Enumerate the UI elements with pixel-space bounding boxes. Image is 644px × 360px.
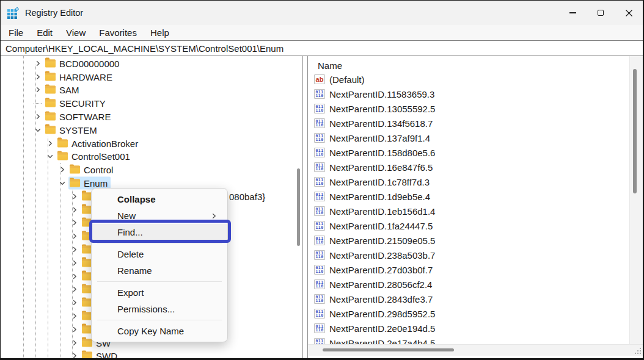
value-row-nextparentid-2e0e194d-5[interactable]: 011110NextParentID.2e0e194d.5 xyxy=(308,321,643,336)
registry-editor-icon xyxy=(7,7,19,19)
tree-item-label: BCD00000000 xyxy=(59,58,119,68)
menu-edit[interactable]: Edit xyxy=(30,27,59,38)
binary-value-icon: 011110 xyxy=(314,177,325,187)
chevron-right-icon[interactable] xyxy=(71,232,78,240)
tree-item-hardware[interactable]: HARDWARE xyxy=(1,70,294,84)
context-menu-item-rename[interactable]: Rename xyxy=(92,262,227,279)
value-name: NextParentID.2e0e194d.5 xyxy=(329,323,435,334)
minimize-button[interactable] xyxy=(558,1,587,25)
value-row-nextparentid-1d9eb5e-4[interactable]: 011110NextParentID.1d9eb5e.4 xyxy=(308,189,643,204)
folder-icon xyxy=(45,113,56,121)
folder-icon xyxy=(45,59,56,67)
chevron-right-icon[interactable] xyxy=(71,219,78,226)
tree-item-control[interactable]: Control xyxy=(1,163,294,176)
chevron-down-icon[interactable] xyxy=(34,126,42,134)
value-row-nextparentid-13055592-5[interactable]: 011110NextParentID.13055592.5 xyxy=(308,101,643,116)
binary-value-icon: 011110 xyxy=(314,162,325,172)
resize-grip-icon[interactable] xyxy=(635,347,636,348)
chevron-right-icon[interactable] xyxy=(59,166,66,173)
binary-value-icon: 011110 xyxy=(314,279,325,289)
folder-icon xyxy=(82,339,92,347)
value-row-nextparentid-158d80e5-6[interactable]: 011110NextParentID.158d80e5.6 xyxy=(308,145,643,160)
chevron-right-icon[interactable] xyxy=(71,259,78,267)
address-bar[interactable]: Computer\HKEY_LOCAL_MACHINE\SYSTEM\Contr… xyxy=(1,41,643,56)
value-row-nextparentid-16e847f6-5[interactable]: 011110NextParentID.16e847f6.5 xyxy=(308,160,643,175)
minimize-icon xyxy=(569,12,576,13)
tree-item-sam[interactable]: SAM xyxy=(1,84,294,97)
tree-item-system[interactable]: SYSTEM xyxy=(1,123,294,137)
tree-item-body: ControlSet001 xyxy=(56,150,133,163)
value-row-default[interactable]: ab(Default) xyxy=(308,72,643,87)
value-row-nextparentid-2843dfe3-7[interactable]: 011110NextParentID.2843dfe3.7 xyxy=(308,292,643,306)
tree-item-swd[interactable]: SWD xyxy=(1,350,294,358)
horizontal-scrollbar-thumb[interactable] xyxy=(323,348,454,351)
context-menu-item-export[interactable]: Export xyxy=(92,284,227,301)
folder-icon xyxy=(57,153,68,160)
binary-value-icon: 011110 xyxy=(314,118,325,128)
context-menu-item-copy-key-name[interactable]: Copy Key Name xyxy=(92,323,227,339)
tree-item-security[interactable]: SECURITY xyxy=(1,96,294,110)
value-row-nextparentid-11583659-3[interactable]: 011110NextParentID.11583659.3 xyxy=(308,87,643,101)
chevron-right-icon[interactable] xyxy=(71,273,78,280)
close-button[interactable] xyxy=(615,1,643,25)
menu-view[interactable]: View xyxy=(59,27,92,38)
chevron-right-icon[interactable] xyxy=(71,193,78,200)
chevron-right-icon[interactable] xyxy=(34,60,42,67)
chevron-right-icon[interactable] xyxy=(71,312,78,320)
context-menu-item-label: Copy Key Name xyxy=(117,326,184,336)
chevron-right-icon[interactable] xyxy=(71,206,78,214)
value-row-nextparentid-1fa24447-5[interactable]: 011110NextParentID.1fa24447.5 xyxy=(308,218,643,233)
chevron-right-icon[interactable] xyxy=(34,113,42,120)
chevron-right-icon[interactable] xyxy=(46,140,54,147)
chevron-right-icon[interactable] xyxy=(71,326,78,333)
chevron-down-icon[interactable] xyxy=(59,179,66,187)
menu-file[interactable]: File xyxy=(2,27,30,38)
tree-item-activationbroker[interactable]: ActivationBroker xyxy=(1,137,294,150)
close-icon xyxy=(625,9,633,17)
value-name: NextParentID.1eb156d1.4 xyxy=(329,206,435,217)
chevron-right-icon[interactable] xyxy=(71,339,78,347)
tree-item-controlset001[interactable]: ControlSet001 xyxy=(1,150,294,164)
chevron-right-icon[interactable] xyxy=(71,299,78,306)
value-row-nextparentid-298d5952-5[interactable]: 011110NextParentID.298d5952.5 xyxy=(308,306,643,321)
folder-icon xyxy=(45,126,56,134)
binary-value-icon: 011110 xyxy=(314,148,325,157)
context-menu-item-permissions[interactable]: Permissions... xyxy=(92,301,227,317)
pane-splitter[interactable] xyxy=(302,56,308,358)
tree-scrollbar-thumb[interactable] xyxy=(297,168,300,246)
chevron-right-icon[interactable] xyxy=(71,246,78,253)
value-row-nextparentid-134f5618-7[interactable]: 011110NextParentID.134f5618.7 xyxy=(308,116,643,131)
value-row-nextparentid-28056cf2-4[interactable]: 011110NextParentID.28056cf2.4 xyxy=(308,277,643,292)
context-menu-item-delete[interactable]: Delete xyxy=(92,246,227,262)
context-menu-item-collapse[interactable]: Collapse xyxy=(92,191,227,207)
value-name: NextParentID.238a503b.7 xyxy=(329,250,435,261)
chevron-right-icon[interactable] xyxy=(71,286,78,293)
maximize-button[interactable] xyxy=(587,1,615,25)
chevron-down-icon[interactable] xyxy=(46,153,54,160)
value-row-nextparentid-1c78ff7d-3[interactable]: 011110NextParentID.1c78ff7d.3 xyxy=(308,175,643,189)
binary-value-icon: 011110 xyxy=(314,192,325,201)
value-name: NextParentID.1fa24447.5 xyxy=(329,221,433,231)
value-row-nextparentid-137af9f1-4[interactable]: 011110NextParentID.137af9f1.4 xyxy=(308,131,643,145)
binary-value-icon: 011110 xyxy=(314,323,325,333)
menu-favorites[interactable]: Favorites xyxy=(92,27,144,38)
tree-item-body: BCD00000000 xyxy=(44,57,122,70)
menu-separator xyxy=(97,243,222,243)
value-row-nextparentid-21509e05-5[interactable]: 011110NextParentID.21509e05.5 xyxy=(308,233,643,248)
value-name: NextParentID.137af9f1.4 xyxy=(329,133,430,143)
tree-item-software[interactable]: SOFTWARE xyxy=(1,110,294,123)
vertical-scrollbar-thumb[interactable] xyxy=(633,69,637,193)
value-row-nextparentid-238a503b-7[interactable]: 011110NextParentID.238a503b.7 xyxy=(308,248,643,262)
context-menu-item-label: Delete xyxy=(117,249,144,259)
value-row-nextparentid-1eb156d1-4[interactable]: 011110NextParentID.1eb156d1.4 xyxy=(308,204,643,218)
tree-item-bcd00000000[interactable]: BCD00000000 xyxy=(1,57,294,70)
value-row-nextparentid-27d03b0f-7[interactable]: 011110NextParentID.27d03b0f.7 xyxy=(308,262,643,277)
tree-item-label: SYSTEM xyxy=(59,124,97,135)
chevron-right-icon[interactable] xyxy=(71,352,78,358)
value-list-header[interactable]: Name xyxy=(308,56,643,72)
tree-item-label: ControlSet001 xyxy=(71,151,130,162)
chevron-right-icon[interactable] xyxy=(34,86,42,93)
chevron-right-icon[interactable] xyxy=(34,73,42,81)
menu-help[interactable]: Help xyxy=(144,27,176,38)
value-name: NextParentID.13055592.5 xyxy=(329,104,435,114)
